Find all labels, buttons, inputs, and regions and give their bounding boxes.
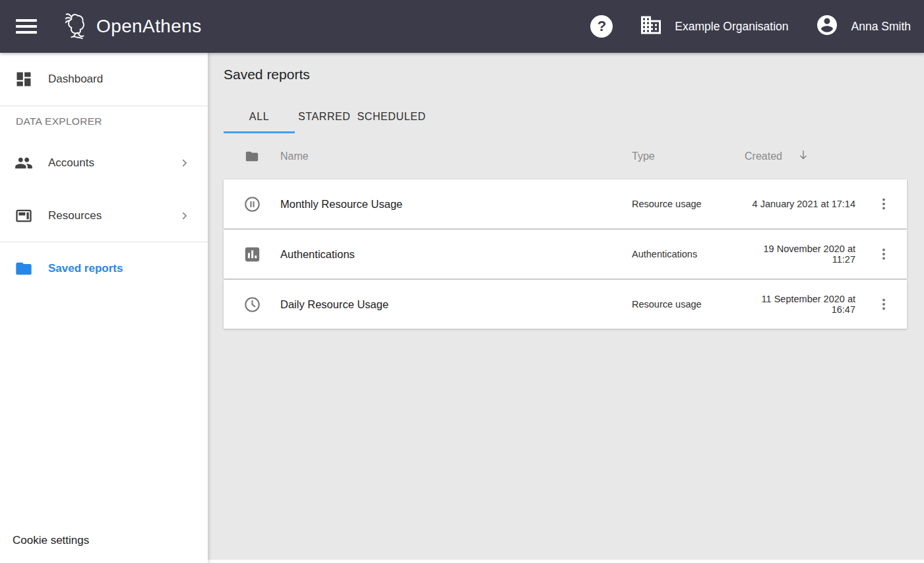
table-row[interactable]: Daily Resource Usage Resource usage 11 S…	[224, 280, 907, 329]
row-menu-kebab-icon[interactable]	[861, 230, 907, 279]
owl-logo-icon	[61, 10, 92, 43]
sidebar-item-label: Saved reports	[48, 262, 123, 275]
column-header-type[interactable]: Type	[623, 150, 742, 162]
tab-bar: ALL STARRED SCHEDULED	[224, 102, 907, 133]
row-menu-kebab-icon[interactable]	[861, 280, 907, 329]
report-name: Monthly Resource Usage	[280, 198, 623, 211]
sidebar: Dashboard DATA EXPLORER Accounts	[0, 53, 208, 563]
organisation-name: Example Organisation	[675, 20, 788, 34]
help-icon[interactable]: ?	[590, 15, 613, 38]
tab-starred[interactable]: STARRED	[295, 102, 354, 133]
report-name: Authentications	[280, 248, 623, 261]
folder-icon	[224, 149, 280, 164]
row-menu-kebab-icon[interactable]	[861, 180, 907, 228]
table-row[interactable]: Monthly Resource Usage Resource usage 4 …	[224, 180, 907, 228]
user-menu[interactable]: Anna Smith	[815, 13, 911, 40]
organisation-selector[interactable]: Example Organisation	[639, 13, 788, 40]
main-content: Saved reports ALL STARRED SCHEDULED Name…	[208, 53, 924, 563]
building-icon	[639, 13, 663, 40]
chevron-right-icon	[177, 156, 192, 170]
table-header: Name Type Created	[224, 133, 907, 180]
menu-icon[interactable]	[16, 19, 37, 34]
column-header-name[interactable]: Name	[280, 150, 623, 162]
page-title: Saved reports	[224, 67, 907, 83]
openathens-logo[interactable]: OpenAthens	[61, 10, 202, 43]
cookie-settings-link[interactable]: Cookie settings	[13, 534, 89, 547]
sidebar-item-label: Accounts	[48, 156, 94, 170]
top-app-bar: OpenAthens ? Example Organisation Anna S…	[0, 0, 924, 53]
report-created: 19 November 2020 at 11:27	[742, 244, 861, 265]
report-created: 4 January 2021 at 17:14	[742, 199, 861, 209]
column-header-created[interactable]: Created	[742, 149, 861, 164]
tab-all[interactable]: ALL	[224, 102, 295, 133]
clock-icon	[224, 296, 280, 314]
chevron-right-icon	[177, 209, 192, 223]
pause-circle-icon	[224, 195, 280, 213]
column-header-created-label: Created	[745, 150, 782, 162]
report-name: Daily Resource Usage	[280, 298, 623, 311]
arrow-down-icon	[797, 149, 810, 164]
dashboard-icon	[15, 70, 33, 88]
report-type: Authentications	[623, 249, 742, 259]
folder-icon	[15, 259, 33, 278]
account-circle-icon	[815, 13, 839, 40]
tab-scheduled[interactable]: SCHEDULED	[354, 102, 429, 133]
report-type: Resource usage	[623, 199, 742, 209]
sidebar-item-resources[interactable]: Resources	[0, 189, 208, 242]
sidebar-item-accounts[interactable]: Accounts	[0, 137, 208, 189]
logo-wordmark: OpenAthens	[96, 16, 202, 37]
bar-chart-icon	[224, 246, 280, 263]
user-name: Anna Smith	[851, 20, 911, 34]
topbar-right-group: ? Example Organisation Anna Smith	[590, 13, 911, 40]
report-type: Resource usage	[623, 299, 742, 310]
sidebar-item-label: Dashboard	[48, 73, 103, 86]
horizontal-scrollbar[interactable]	[208, 560, 924, 563]
sidebar-item-saved-reports[interactable]: Saved reports	[0, 242, 208, 295]
sidebar-item-dashboard[interactable]: Dashboard	[0, 53, 208, 106]
table-row[interactable]: Authentications Authentications 19 Novem…	[224, 230, 907, 279]
people-icon	[15, 154, 33, 172]
report-created: 11 September 2020 at 16:47	[742, 294, 861, 315]
web-icon	[15, 207, 33, 225]
sidebar-section-data-explorer: DATA EXPLORER	[0, 106, 208, 137]
sidebar-item-label: Resources	[48, 209, 102, 222]
